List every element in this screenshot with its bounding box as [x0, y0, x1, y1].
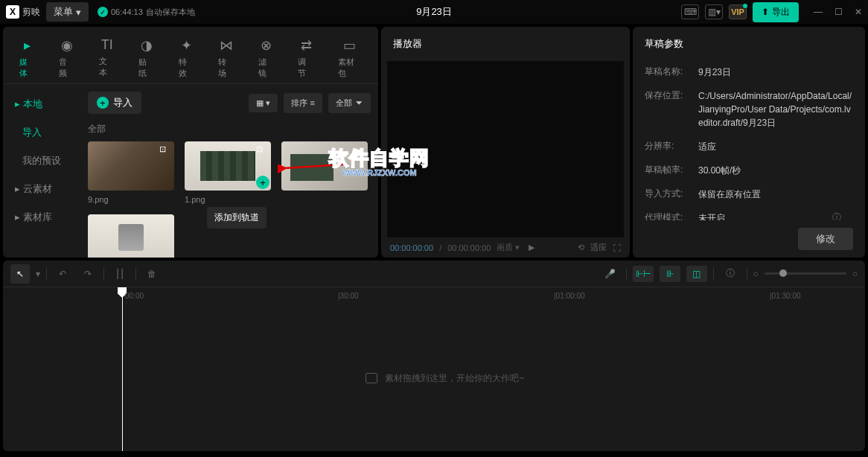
redo-button[interactable]: ↷ — [78, 264, 98, 284]
media-panel: ▸媒体 ◉音频 TI文本 ◑贴纸 ✦特效 ⋈转场 ⊗滤镜 ⇄调节 ▭素材包 ▸ … — [3, 27, 378, 258]
sidebar-item-cloud[interactable]: ▸ 云素材 — [3, 175, 80, 203]
media-item[interactable] — [281, 141, 368, 204]
add-to-track-button[interactable]: + — [256, 176, 269, 189]
media-item[interactable]: ⊡ 9.png — [88, 141, 174, 204]
menu-button[interactable]: 菜单 ▾ — [46, 2, 89, 22]
vip-button[interactable]: VIP — [729, 4, 747, 19]
tooltip: 添加到轨道 — [207, 207, 267, 228]
magnet-button-3[interactable]: ◫ — [686, 266, 707, 282]
player-title: 播放器 — [381, 27, 630, 61]
total-time: 00:00:00:00 — [447, 243, 491, 252]
undo-button[interactable]: ↶ — [53, 264, 72, 284]
magnet-button-1[interactable]: ⊩⊢ — [633, 266, 654, 282]
media-item[interactable] — [88, 214, 174, 258]
fullscreen-icon[interactable]: ⛶ — [613, 243, 621, 252]
draft-title: 草稿参数 — [633, 27, 865, 61]
export-button[interactable]: ⬆ 导出 — [753, 2, 799, 22]
autosave-status: ✓ 06:44:13 自动保存本地 — [98, 7, 195, 18]
tab-audio[interactable]: ◉音频 — [48, 33, 85, 83]
player-panel: 播放器 00:00:00:00 / 00:00:00:00 画质 ▾ ▶ ⟲ 适… — [381, 27, 630, 258]
upload-icon: ⬆ — [762, 7, 769, 17]
sidebar-item-library[interactable]: ▸ 素材库 — [3, 203, 80, 231]
timeline-empty-state: 素材拖拽到这里，开始你的大作吧~ — [366, 372, 524, 385]
media-item[interactable]: ⊡+ 1.png — [185, 141, 271, 204]
image-type-icon: ⊡ — [159, 144, 171, 155]
player-controls: 00:00:00:00 / 00:00:00:00 画质 ▾ ▶ ⟲ 适应 ⛶ — [381, 237, 630, 258]
fit-selector[interactable]: 适应 — [590, 242, 607, 253]
media-grid: ⊡ 9.png ⊡+ 1.png 添加到轨道 — [88, 141, 371, 258]
maximize-button[interactable]: ☐ — [835, 7, 843, 17]
timeline-ruler[interactable]: 00:00 |30:00 |01:00:00 |01:30:00 — [3, 287, 865, 305]
clip-icon — [366, 373, 377, 383]
plus-icon: + — [97, 97, 109, 109]
minimize-button[interactable]: — — [814, 7, 823, 17]
tab-media[interactable]: ▸媒体 — [9, 33, 45, 83]
split-tool[interactable]: ⎮⎮ — [110, 264, 130, 284]
app-name: 剪映 — [22, 6, 40, 19]
mic-icon[interactable]: 🎤 — [601, 264, 620, 284]
info-icon[interactable]: ⓘ — [832, 211, 841, 220]
check-icon: ✓ — [98, 7, 108, 17]
section-label: 全部 — [88, 117, 371, 141]
tab-text[interactable]: TI文本 — [89, 33, 125, 83]
zoom-slider[interactable] — [765, 272, 846, 275]
playhead[interactable] — [122, 287, 123, 451]
app-logo: X 剪映 — [6, 5, 40, 19]
logo-icon: X — [6, 5, 19, 19]
titlebar: X 剪映 菜单 ▾ ✓ 06:44:13 自动保存本地 9月23日 ⌨ ▥▾ V… — [0, 0, 868, 24]
layout-icon[interactable]: ▥▾ — [705, 4, 723, 19]
tab-sticker[interactable]: ◑贴纸 — [128, 33, 165, 83]
sort-button[interactable]: 排序 ≡ — [284, 93, 322, 113]
tab-transition[interactable]: ⋈转场 — [208, 33, 244, 83]
compare-icon[interactable]: ⟲ — [578, 243, 584, 252]
media-sidebar: ▸ 本地 导入 我的预设 ▸ 云素材 ▸ 素材库 — [3, 84, 80, 258]
view-mode-button[interactable]: ▦ ▾ — [249, 94, 278, 112]
draft-panel: 草稿参数 草稿名称:9月23日 保存位置:C:/Users/Administra… — [633, 27, 865, 258]
delete-tool[interactable]: 🗑 — [142, 264, 162, 284]
play-button[interactable]: ▶ — [529, 243, 534, 252]
align-button[interactable]: ⓘ — [720, 266, 741, 282]
document-title: 9月23日 — [416, 5, 452, 19]
tab-effect[interactable]: ✦特效 — [168, 33, 205, 83]
timeline-tracks[interactable]: 素材拖拽到这里，开始你的大作吧~ — [3, 305, 865, 451]
sidebar-item-import[interactable]: 导入 — [3, 118, 80, 147]
chevron-down-icon[interactable]: ▾ — [36, 269, 40, 279]
sidebar-item-preset[interactable]: 我的预设 — [3, 147, 80, 175]
zoom-in-icon[interactable]: ○ — [852, 269, 858, 279]
filter-button[interactable]: 全部 ⏷ — [328, 93, 371, 113]
timeline-toolbar: ↖ ▾ ↶ ↷ ⎮⎮ 🗑 🎤 ⊩⊢ ⊪ ◫ ⓘ ○ ○ — [3, 261, 865, 287]
tab-material[interactable]: ▭素材包 — [328, 33, 372, 83]
close-button[interactable]: ✕ — [855, 7, 862, 17]
tab-filter[interactable]: ⊗滤镜 — [248, 33, 284, 83]
cursor-tool[interactable]: ↖ — [10, 264, 30, 284]
magnet-button-2[interactable]: ⊪ — [660, 266, 680, 282]
player-view[interactable] — [387, 61, 624, 237]
zoom-out-icon[interactable]: ○ — [753, 269, 759, 279]
media-tabs: ▸媒体 ◉音频 TI文本 ◑贴纸 ✦特效 ⋈转场 ⊗滤镜 ⇄调节 ▭素材包 — [3, 27, 378, 83]
import-button[interactable]: + 导入 — [88, 92, 141, 114]
chevron-down-icon: ▾ — [76, 7, 81, 18]
keyboard-icon[interactable]: ⌨ — [681, 4, 699, 19]
timeline-panel: ↖ ▾ ↶ ↷ ⎮⎮ 🗑 🎤 ⊩⊢ ⊪ ◫ ⓘ ○ ○ 00:00 |30:00… — [3, 261, 865, 451]
tab-adjust[interactable]: ⇄调节 — [287, 33, 324, 83]
image-type-icon: ⊡ — [256, 144, 268, 155]
modify-button[interactable]: 修改 — [798, 228, 853, 250]
sidebar-item-local[interactable]: ▸ 本地 — [3, 90, 80, 118]
quality-selector[interactable]: 画质 ▾ — [497, 242, 520, 253]
current-time: 00:00:00:00 — [390, 243, 433, 252]
